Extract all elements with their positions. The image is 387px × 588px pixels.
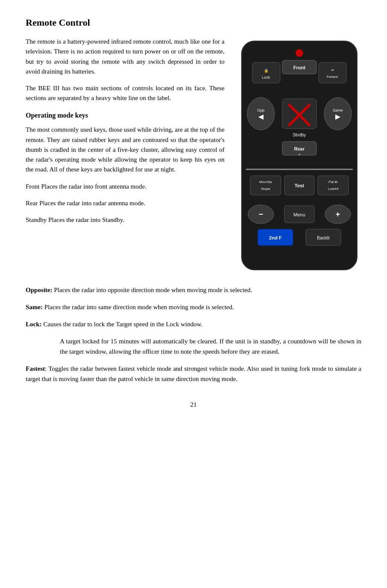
svg-text:Same: Same	[333, 108, 343, 112]
same-para: Same: Places the radar into same directi…	[26, 302, 361, 312]
svg-text:2nd F: 2nd F	[269, 235, 282, 240]
svg-text:Pat Bl: Pat Bl	[328, 180, 338, 184]
svg-text:Rear: Rear	[294, 146, 305, 151]
svg-text:≫: ≫	[331, 68, 334, 71]
lock-indented-para: A target locked for 15 minutes will auto…	[60, 336, 361, 357]
svg-rect-30	[318, 176, 349, 195]
opposite-para: Opposite: Places the radar into opposite…	[26, 285, 361, 295]
svg-text:Low/Hi: Low/Hi	[328, 187, 339, 191]
svg-text:🔒: 🔒	[264, 68, 269, 73]
page-number: 21	[26, 401, 361, 408]
svg-rect-25	[250, 176, 281, 195]
left-text-column: The remote is a battery-powered infrared…	[26, 37, 225, 276]
svg-text:Fastest: Fastest	[327, 75, 338, 79]
remote-control-image: 🔒 Lock ≫ Fastest Front Opp ◀	[237, 37, 361, 276]
svg-text:Menu: Menu	[293, 212, 305, 217]
svg-text:Lock: Lock	[262, 75, 270, 80]
svg-text:Stndby: Stndby	[292, 133, 306, 137]
full-width-text: Opposite: Places the radar into opposite…	[26, 285, 361, 384]
svg-text:+: +	[336, 210, 340, 219]
lock-para: Lock: Causes the radar to lock the Targe…	[26, 319, 361, 329]
fastest-para: Fastest: Toggles the radar between faste…	[26, 363, 361, 384]
svg-text:Mov/Sta: Mov/Sta	[259, 180, 272, 184]
front-description: Front Places the radar into front antenn…	[26, 182, 225, 192]
remote-image-column: 🔒 Lock ≫ Fastest Front Opp ◀	[237, 37, 361, 276]
standby-description: Standby Places the radar into Standby.	[26, 215, 225, 225]
svg-rect-3	[252, 62, 280, 83]
svg-text:Front: Front	[293, 65, 305, 70]
svg-text:−: −	[259, 210, 263, 219]
svg-rect-6	[319, 62, 346, 83]
svg-text:Stopw: Stopw	[261, 187, 270, 191]
svg-text:▶: ▶	[335, 113, 341, 120]
section-heading: Operating mode keys	[26, 110, 225, 121]
svg-text:≡: ≡	[298, 153, 300, 156]
intro-paragraph-2: The BEE III has two main sections of con…	[26, 83, 225, 103]
svg-text:◀: ◀	[258, 113, 264, 120]
svg-text:Backlit: Backlit	[317, 236, 330, 240]
rear-description: Rear Places the radar into radar antenna…	[26, 198, 225, 208]
section-paragraph: The most commonly used keys, those used …	[26, 125, 225, 174]
page-title: Remote Control	[26, 17, 361, 28]
svg-text:Opp: Opp	[257, 108, 264, 112]
svg-point-1	[295, 49, 303, 57]
svg-text:Test: Test	[295, 183, 304, 188]
intro-paragraph-1: The remote is a battery-powered infrared…	[26, 37, 225, 77]
